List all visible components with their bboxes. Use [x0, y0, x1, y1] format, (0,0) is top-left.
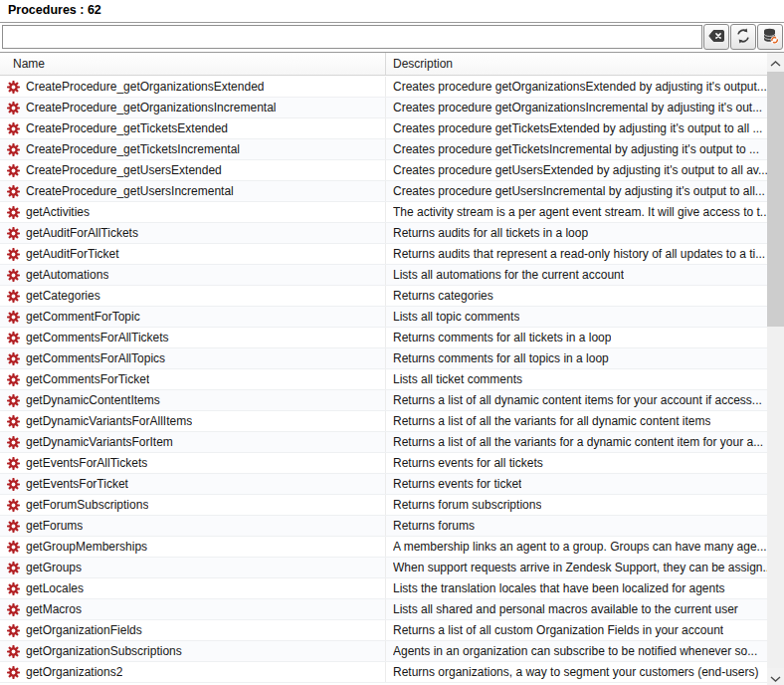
procedure-gear-icon — [7, 311, 20, 324]
name-cell: getDynamicVariantsForAllItems — [0, 411, 386, 431]
procedure-description: Creates procedure getTicketsExtended by … — [393, 121, 762, 135]
procedure-name: getMacros — [26, 602, 82, 616]
table-row[interactable]: getLocales Lists the translation locales… — [0, 578, 767, 599]
scroll-up-button[interactable] — [767, 53, 784, 70]
procedure-name: getDynamicContentItems — [26, 393, 160, 407]
table-row[interactable]: CreateProcedure_getOrganizationsExtended… — [0, 77, 767, 98]
table-row[interactable]: getGroups When support requests arrive i… — [0, 558, 767, 578]
name-cell: getEventsForTicket — [0, 474, 386, 494]
name-cell: CreateProcedure_getUsersExtended — [0, 160, 386, 180]
refresh-database-button[interactable] — [757, 24, 783, 50]
procedure-name: CreateProcedure_getOrganizationsIncremen… — [26, 101, 276, 114]
procedure-gear-icon — [7, 81, 20, 94]
procedure-description: Returns audits for all tickets in a loop — [393, 226, 588, 240]
procedure-gear-icon — [7, 206, 20, 219]
name-cell: getCategories — [0, 286, 386, 306]
procedure-name: getDynamicVariantsForItem — [26, 435, 173, 449]
description-cell: Returns audits for all tickets in a loop — [386, 223, 767, 243]
name-cell: getAuditForTicket — [0, 244, 386, 264]
table-row[interactable]: getGroupMemberships A membership links a… — [0, 537, 767, 558]
procedure-description: Returns events for all tickets — [393, 456, 543, 470]
procedure-name: getOrganizationSubscriptions — [26, 644, 182, 658]
procedure-name: getLocales — [26, 581, 84, 595]
name-cell: getDynamicVariantsForItem — [0, 432, 386, 452]
name-cell: getAutomations — [0, 265, 386, 285]
table-row[interactable]: getOrganizationFields Returns a list of … — [0, 620, 767, 641]
table-row[interactable]: getAuditForAllTickets Returns audits for… — [0, 223, 767, 244]
table-row[interactable]: getCommentsForAllTickets Returns comment… — [0, 328, 767, 348]
procedure-gear-icon — [7, 352, 20, 365]
table-row[interactable]: getEventsForAllTickets Returns events fo… — [0, 453, 767, 474]
procedure-name: getAuditForAllTickets — [26, 226, 138, 240]
description-cell: Returns forums — [386, 516, 767, 536]
procedure-description: Creates procedure getUsersExtended by ad… — [393, 163, 767, 177]
procedure-gear-icon — [7, 436, 20, 449]
clear-filter-button[interactable] — [703, 24, 729, 50]
column-header-name[interactable]: Name — [0, 53, 386, 75]
procedure-name: getForumSubscriptions — [26, 498, 148, 512]
table-row[interactable]: getEventsForTicket Returns events for ti… — [0, 474, 767, 495]
refresh-button[interactable] — [730, 24, 756, 50]
procedure-name: getDynamicVariantsForAllItems — [26, 414, 192, 428]
name-cell: getLocales — [0, 578, 386, 598]
table-row[interactable]: CreateProcedure_getUsersExtended Creates… — [0, 160, 767, 181]
procedure-name: CreateProcedure_getUsersIncremental — [26, 184, 234, 198]
table-row[interactable]: getCommentForTopic Lists all topic comme… — [0, 307, 767, 328]
table-row[interactable]: getForumSubscriptions Returns forum subs… — [0, 495, 767, 516]
table-row[interactable]: getCommentsForTicket Lists all ticket co… — [0, 369, 767, 390]
filter-input[interactable] — [2, 25, 702, 49]
procedure-gear-icon — [7, 269, 20, 282]
chevron-up-icon — [770, 53, 781, 71]
table-row[interactable]: getAuditForTicket Returns audits that re… — [0, 244, 767, 265]
procedure-description: Creates procedure getUsersIncremental by… — [393, 184, 765, 198]
procedure-name: getOrganizations2 — [26, 665, 122, 679]
table-row[interactable]: CreateProcedure_getTicketsExtended Creat… — [0, 118, 767, 139]
name-cell: getActivities — [0, 202, 386, 222]
description-cell: Creates procedure getTicketsExtended by … — [386, 118, 767, 138]
table-row[interactable]: getCategories Returns categories — [0, 286, 767, 307]
procedure-name: getGroups — [26, 561, 82, 574]
name-cell: getGroups — [0, 558, 386, 577]
table-row[interactable]: CreateProcedure_getUsersIncremental Crea… — [0, 181, 767, 202]
procedure-description: Returns forums — [393, 519, 475, 533]
scrollbar-thumb[interactable] — [767, 72, 784, 327]
procedure-name: getCategories — [26, 289, 100, 303]
toolbar — [0, 23, 784, 53]
procedure-description: Returns a list of all dynamic content it… — [393, 393, 762, 407]
procedure-gear-icon — [7, 520, 20, 533]
table-row[interactable]: getForums Returns forums — [0, 516, 767, 537]
procedure-gear-icon — [7, 185, 20, 198]
table-row[interactable]: getActivities The activity stream is a p… — [0, 202, 767, 223]
table-row[interactable]: getOrganizations2 Returns organizations,… — [0, 662, 767, 683]
procedure-gear-icon — [7, 666, 20, 679]
procedure-description: Returns audits that represent a read-onl… — [393, 247, 765, 261]
table-row[interactable]: getCommentsForAllTopics Returns comments… — [0, 348, 767, 369]
name-cell: getDynamicContentItems — [0, 390, 386, 410]
procedure-name: CreateProcedure_getTicketsExtended — [26, 121, 228, 135]
table-row[interactable]: getOrganizationSubscriptions Agents in a… — [0, 641, 767, 662]
name-cell: CreateProcedure_getUsersIncremental — [0, 181, 386, 201]
backspace-icon — [708, 30, 724, 45]
description-cell: Returns a list of all the variants for a… — [386, 411, 767, 431]
vertical-scrollbar[interactable] — [767, 53, 784, 685]
description-cell: Returns forum subscriptions — [386, 495, 767, 515]
procedure-description: Creates procedure getTicketsIncremental … — [393, 142, 759, 156]
description-cell: Returns a list of all the variants for a… — [386, 432, 767, 452]
table-row[interactable]: getDynamicContentItems Returns a list of… — [0, 390, 767, 411]
procedure-description: Returns comments for all topics in a loo… — [393, 351, 609, 365]
column-header-description[interactable]: Description — [386, 53, 767, 75]
scroll-down-button[interactable] — [767, 668, 784, 685]
table-row[interactable]: CreateProcedure_getTicketsIncremental Cr… — [0, 139, 767, 160]
procedure-gear-icon — [7, 332, 20, 344]
table-row[interactable]: getMacros Lists all shared and personal … — [0, 599, 767, 620]
table-row[interactable]: getDynamicVariantsForAllItems Returns a … — [0, 411, 767, 432]
description-cell: Lists all automations for the current ac… — [386, 265, 767, 285]
procedure-name: getForums — [26, 519, 83, 533]
table-row[interactable]: getAutomations Lists all automations for… — [0, 265, 767, 286]
scrollbar-track[interactable] — [767, 70, 784, 668]
table-row[interactable]: CreateProcedure_getOrganizationsIncremen… — [0, 98, 767, 118]
table-row[interactable]: getDynamicVariantsForItem Returns a list… — [0, 432, 767, 453]
name-cell: getGroupMemberships — [0, 537, 386, 557]
name-cell: getMacros — [0, 599, 386, 619]
procedure-gear-icon — [7, 164, 20, 177]
